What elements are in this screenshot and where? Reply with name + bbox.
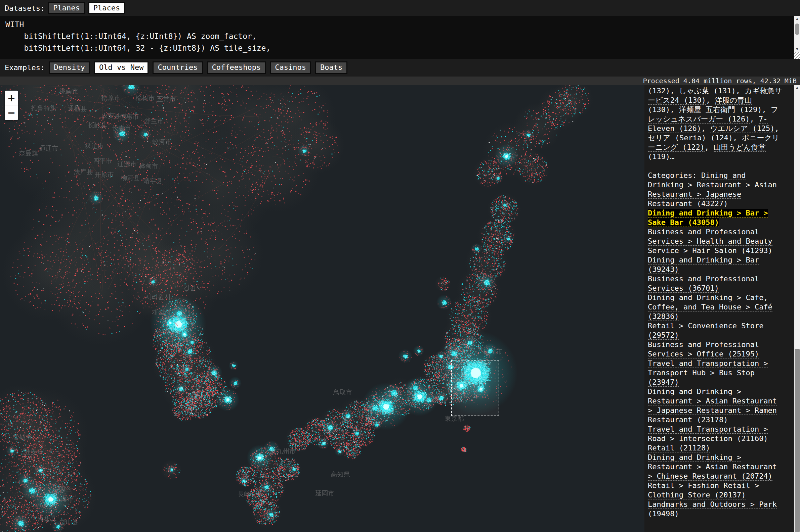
dataset-button-planes[interactable]: Planes bbox=[48, 2, 85, 14]
category-link[interactable]: Business and Professional Services (3670… bbox=[648, 274, 759, 293]
category-link[interactable]: Business and Professional Services > Hea… bbox=[648, 228, 772, 255]
categories-label: Categories: bbox=[648, 171, 697, 179]
categories-section: Categories: Dining and Drinking > Restau… bbox=[648, 171, 782, 518]
app: { "datasets_bar": { "label": "Datasets:"… bbox=[0, 0, 800, 532]
scroll-up-icon[interactable]: ▲ bbox=[794, 16, 800, 21]
brand-link[interactable]: セリア (Seria) (124) bbox=[648, 134, 733, 142]
category-link[interactable]: Landmarks and Outdoors > Park (19498) bbox=[648, 500, 777, 518]
datasets-label: Datasets: bbox=[5, 4, 45, 13]
dataset-button-places[interactable]: Places bbox=[88, 2, 125, 14]
category-link[interactable]: Business and Professional Services > Off… bbox=[648, 340, 759, 359]
datasets-bar: Datasets: Planes Places bbox=[0, 0, 800, 16]
category-link[interactable]: Retail > Convenience Store (29572) bbox=[648, 322, 763, 340]
category-link[interactable]: Dining and Drinking > Bar (39243) bbox=[648, 256, 759, 274]
status-bar: Processed 4.04 million rows, 42.32 MiB bbox=[0, 77, 800, 85]
status-text: Processed 4.04 million rows, 42.32 MiB bbox=[643, 77, 797, 85]
sidebar-scroll-up-icon[interactable]: ▲ bbox=[794, 85, 800, 90]
example-button-coffeeshops[interactable]: Coffeeshops bbox=[207, 61, 266, 74]
category-link-highlighted[interactable]: Dining and Drinking > Bar > Sake Bar (43… bbox=[648, 209, 768, 227]
zoom-out-button[interactable]: − bbox=[5, 106, 18, 120]
brand-link[interactable]: (132) bbox=[648, 87, 670, 95]
example-button-boats[interactable]: Boats bbox=[315, 61, 347, 74]
brand-link[interactable]: ウエルシア (125) bbox=[710, 124, 775, 133]
examples-label: Examples: bbox=[5, 63, 45, 72]
category-link[interactable]: Retail > Fashion Retail > Clothing Store… bbox=[648, 481, 759, 499]
query-editor[interactable]: WITH bitShiftLeft(1::UInt64, {z:UInt8}) … bbox=[0, 16, 800, 59]
brands-section: (132), しゃぶ葉 (131), カギ救急サービス24 (130), 洋服の… bbox=[648, 86, 782, 162]
category-link[interactable]: Dining and Drinking > Cafe, Coffee, and … bbox=[648, 293, 772, 321]
results-sidebar: (132), しゃぶ葉 (131), カギ救急サービス24 (130), 洋服の… bbox=[644, 85, 794, 532]
zoom-in-button[interactable]: + bbox=[5, 91, 18, 106]
category-link[interactable]: Travel and Transportation > Road > Inter… bbox=[648, 425, 768, 443]
sidebar-scrollbar-thumb[interactable] bbox=[795, 349, 800, 532]
resize-grip-icon[interactable] bbox=[794, 52, 800, 59]
example-button-casinos[interactable]: Casinos bbox=[270, 61, 311, 74]
scroll-down-icon[interactable]: ▼ bbox=[794, 46, 800, 52]
example-button-countries[interactable]: Countries bbox=[152, 61, 203, 74]
main-content: 洮南市松原市榆树市五常市扎鲁特旗通榆县农安县德惠市舒兰市长岭县长春市蛟河市通辽市… bbox=[0, 85, 800, 532]
map-panel[interactable]: 洮南市松原市榆树市五常市扎鲁特旗通榆县农安县德惠市舒兰市长岭县长春市蛟河市通辽市… bbox=[0, 85, 644, 532]
brand-link[interactable]: しゃぶ葉 (131) bbox=[679, 87, 736, 95]
category-link[interactable]: Retail (21128) bbox=[648, 444, 710, 453]
examples-bar: Examples: Density Old vs New Countries C… bbox=[0, 59, 800, 77]
editor-scrollbar[interactable]: ▲ ▼ bbox=[794, 16, 800, 52]
example-button-density[interactable]: Density bbox=[49, 61, 90, 74]
query-code[interactable]: WITH bitShiftLeft(1::UInt64, {z:UInt8}) … bbox=[0, 16, 800, 57]
brand-link[interactable]: 洋麺屋 五右衛門 (129) bbox=[679, 106, 762, 114]
editor-scrollbar-thumb[interactable] bbox=[795, 23, 799, 35]
category-link[interactable]: Travel and Transportation > Transport Hu… bbox=[648, 359, 768, 387]
sidebar-scrollbar[interactable]: ▲ bbox=[794, 85, 800, 532]
map-canvas[interactable] bbox=[0, 85, 644, 532]
zoom-control: + − bbox=[5, 91, 18, 120]
category-link[interactable]: Dining and Drinking > Restaurant > Asian… bbox=[648, 453, 777, 481]
map-selection-rectangle[interactable] bbox=[451, 360, 499, 416]
category-link[interactable]: Dining and Drinking > Restaurant > Asian… bbox=[648, 387, 777, 424]
example-button-old-vs-new[interactable]: Old vs New bbox=[94, 61, 148, 74]
